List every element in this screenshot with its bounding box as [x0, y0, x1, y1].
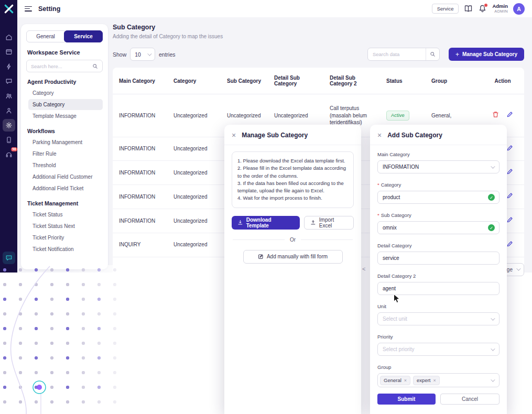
manage-sub-category-button[interactable]: + Manage Sub Category	[449, 48, 524, 61]
edit-icon[interactable]	[506, 241, 513, 247]
import-excel-button[interactable]: Import Excel	[304, 216, 354, 230]
cell-category: Uncategorized	[167, 137, 221, 161]
sidebar-item-filter-rule[interactable]: Filter Rule	[28, 148, 103, 159]
sidebar-item-ticket-notification[interactable]: Ticket Notification	[28, 244, 103, 255]
table-search-input[interactable]: Search data	[367, 48, 440, 61]
required-asterisk: *	[377, 212, 379, 218]
contact-icon[interactable]	[3, 104, 15, 117]
chevron-down-icon	[147, 51, 151, 56]
chat-icon[interactable]	[3, 75, 15, 88]
tab-general[interactable]: General	[26, 30, 65, 42]
device-icon[interactable]	[3, 134, 15, 146]
sidebar-item-ticket-status[interactable]: Ticket Status	[28, 209, 103, 220]
submit-button[interactable]: Submit	[377, 394, 436, 405]
group-tag[interactable]: General×	[380, 376, 410, 385]
entries-label: entries	[159, 51, 176, 58]
pagination-prev-button[interactable]: <	[362, 266, 365, 272]
priority-select[interactable]: Select priority	[377, 343, 500, 356]
close-icon[interactable]: ×	[377, 132, 382, 139]
chevron-down-icon	[491, 316, 495, 320]
import-instructions: 1. Please download the Excel data templa…	[232, 151, 354, 208]
detail-category-input[interactable]: service	[377, 252, 500, 265]
decor-curve	[0, 265, 125, 414]
section-title-workflows: Workflows	[27, 128, 102, 134]
main-category-select[interactable]: INFORMATION	[377, 160, 500, 173]
valid-check-icon: ✓	[488, 194, 495, 201]
edit-icon[interactable]	[506, 168, 513, 175]
sidebar-item-parking-management[interactable]: Parking Management	[28, 137, 103, 148]
notification-badge	[484, 3, 488, 7]
page-size-select[interactable]: 10	[130, 48, 155, 61]
nav-rail: 98	[0, 0, 17, 273]
sidebar-item-additional-field-ticket[interactable]: Additional Field Ticket	[28, 183, 103, 194]
status-badge: Active	[386, 111, 409, 121]
cell-main-category: INFORMATION	[113, 185, 167, 209]
settings-icon[interactable]	[3, 119, 15, 132]
col-sub-category: Sub Category	[221, 68, 268, 94]
edit-icon[interactable]	[506, 216, 513, 223]
remove-tag-icon[interactable]: ×	[404, 378, 407, 383]
page-title: Sub Category	[113, 24, 524, 31]
instruction-step: 4. Wait for the import process to finish…	[237, 194, 348, 202]
page-subtitle: Adding the detail of Category to map the…	[113, 34, 524, 39]
detail-category-label: Detail Category	[377, 243, 500, 248]
cell-category: Uncategorized	[167, 233, 221, 257]
home-icon[interactable]	[3, 31, 15, 43]
modal-title: Add Sub Category	[387, 132, 442, 139]
avatar[interactable]: A	[513, 3, 525, 15]
add-sub-category-modal: × Add Sub Category Main Category INFORMA…	[370, 125, 507, 414]
users-icon[interactable]	[3, 90, 15, 102]
sidebar-item-sub-category[interactable]: Sub Category	[28, 99, 103, 110]
dashboard-icon[interactable]	[3, 46, 15, 58]
user-info: Admin ADMIN	[492, 4, 508, 14]
sidebar-item-ticket-status-next[interactable]: Ticket Status Next	[28, 221, 103, 232]
omnichat-icon[interactable]	[3, 252, 15, 264]
sub-category-input[interactable]: omnix ✓	[377, 221, 500, 234]
cell-category: Uncategorized	[167, 185, 221, 209]
sidebar-search-input[interactable]: Search here...	[26, 60, 103, 72]
cell-category: Uncategorized	[167, 94, 221, 137]
unit-select[interactable]: Select unit	[377, 312, 500, 325]
add-manually-button[interactable]: Add manually with fill form	[243, 250, 343, 264]
sidebar-item-category[interactable]: Category	[28, 88, 103, 99]
brand-logo-icon[interactable]	[4, 4, 14, 14]
close-icon[interactable]: ×	[232, 132, 236, 139]
cell-main-category: INFORMATION	[113, 137, 167, 161]
edit-icon[interactable]	[506, 145, 513, 151]
col-category: Category	[167, 68, 221, 94]
group-tag[interactable]: expert×	[413, 376, 440, 385]
topbar: Setting Service Admin ADMIN A	[17, 0, 532, 17]
table-controls: Show 10 entries Search data + Manage Sub…	[113, 48, 524, 61]
edit-icon[interactable]	[506, 111, 513, 118]
category-input[interactable]: product ✓	[377, 191, 500, 204]
chevron-down-icon	[516, 266, 520, 270]
priority-label: Priority	[377, 334, 500, 340]
delete-icon[interactable]	[492, 111, 499, 118]
instruction-step: 1. Please download the Excel data templa…	[237, 157, 348, 165]
notification-bell-icon[interactable]	[478, 4, 487, 13]
sidebar-item-template-message[interactable]: Template Message	[28, 111, 103, 122]
sidebar-item-ticket-priority[interactable]: Ticket Priority	[28, 232, 103, 243]
docs-book-icon[interactable]	[464, 4, 473, 13]
edit-icon[interactable]	[506, 192, 513, 199]
download-template-button[interactable]: Download Template	[232, 216, 300, 230]
tab-service[interactable]: Service	[64, 30, 103, 42]
bolt-icon[interactable]	[3, 60, 15, 73]
support-icon[interactable]: 98	[3, 148, 15, 161]
cancel-button[interactable]: Cancel	[440, 394, 500, 405]
sidebar-item-additional-field-customer[interactable]: Additional Field Customer	[28, 171, 103, 182]
remove-tag-icon[interactable]: ×	[433, 378, 436, 383]
required-asterisk: *	[377, 182, 379, 188]
mouse-cursor	[393, 293, 400, 304]
menu-toggle-icon[interactable]	[25, 6, 32, 12]
table-header-row: Main Category Category Sub Category Deta…	[113, 68, 524, 94]
sidebar-item-threshold[interactable]: Threshold	[28, 160, 103, 171]
chevron-down-icon	[491, 377, 495, 382]
search-submit-button[interactable]	[426, 48, 439, 60]
instruction-step: 2. Please fill in the Excel template dat…	[237, 165, 348, 180]
section-title-ticket-management: Ticket Management	[27, 200, 102, 206]
group-multiselect[interactable]: General× expert×	[377, 373, 500, 387]
modal-title: Manage Sub Category	[242, 132, 308, 139]
service-pill[interactable]: Service	[432, 4, 459, 14]
search-icon	[430, 51, 436, 57]
